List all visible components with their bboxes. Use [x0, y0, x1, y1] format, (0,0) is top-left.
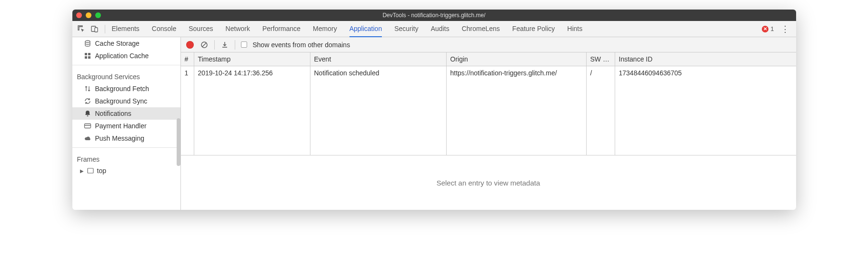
tab-network[interactable]: Network: [226, 21, 250, 37]
clear-button[interactable]: [200, 41, 209, 49]
more-menu-button[interactable]: ⋮: [779, 24, 791, 34]
arrows-icon: [84, 85, 91, 93]
cell-num: 1: [181, 66, 194, 80]
main-area: Cache StorageApplication Cache Backgroun…: [72, 37, 796, 210]
tab-elements[interactable]: Elements: [112, 21, 140, 37]
sidebar-item-label: Payment Handler: [95, 122, 147, 130]
events-table: # Timestamp Event Origin SW … Instance I…: [181, 52, 796, 155]
col-num[interactable]: #: [181, 52, 194, 66]
svg-line-12: [202, 43, 206, 47]
divider: [72, 147, 180, 148]
minimize-window-button[interactable]: [86, 12, 91, 18]
application-sidebar: Cache StorageApplication Cache Backgroun…: [72, 37, 181, 210]
frames-top-item[interactable]: ▶ top: [72, 165, 180, 176]
bell-icon: [84, 110, 91, 117]
cloud-icon: [84, 134, 91, 142]
table-header-row: # Timestamp Event Origin SW … Instance I…: [181, 52, 796, 66]
window-title: DevTools - notification-triggers.glitch.…: [72, 12, 796, 19]
sidebar-item-label: Push Messaging: [95, 134, 145, 142]
col-sw-scope[interactable]: SW …: [587, 52, 615, 66]
sidebar-item-label: Notifications: [95, 110, 131, 117]
show-other-domains-label: Show events from other domains: [253, 41, 350, 49]
cell-ev: Notification scheduled: [310, 66, 447, 80]
tab-console[interactable]: Console: [152, 21, 176, 37]
separator: [214, 40, 215, 50]
bg-services-header: Background Services: [72, 68, 180, 82]
cell-sw: /: [587, 66, 615, 80]
record-button[interactable]: [186, 41, 194, 49]
error-badge[interactable]: ✕ 1: [762, 25, 774, 32]
close-window-button[interactable]: [76, 12, 82, 18]
svg-point-2: [85, 41, 90, 42]
maximize-window-button[interactable]: [95, 12, 101, 18]
cell-id: 17348446094636705: [615, 66, 796, 80]
tab-audits[interactable]: Audits: [431, 21, 449, 37]
tab-sources[interactable]: Sources: [189, 21, 213, 37]
svg-rect-6: [88, 56, 90, 59]
sidebar-scrollbar-thumb[interactable]: [177, 118, 180, 166]
database-icon: [84, 40, 91, 47]
grid-icon: [84, 52, 91, 60]
sidebar-storage-application-cache[interactable]: Application Cache: [72, 50, 180, 62]
error-icon: ✕: [762, 26, 768, 32]
col-event[interactable]: Event: [310, 52, 447, 66]
cell-ts: 2019-10-24 14:17:36.256: [194, 66, 310, 80]
devtools-tabs: ElementsConsoleSourcesNetworkPerformance…: [112, 21, 762, 37]
tab-hints[interactable]: Hints: [567, 21, 582, 37]
tab-memory[interactable]: Memory: [313, 21, 337, 37]
col-instance-id[interactable]: Instance ID: [615, 52, 796, 66]
download-button[interactable]: [220, 41, 229, 49]
frames-top-label: top: [97, 167, 106, 175]
sidebar-item-label: Cache Storage: [95, 40, 140, 47]
events-toolbar: Show events from other domains: [181, 37, 796, 52]
tab-performance[interactable]: Performance: [262, 21, 300, 37]
content-panel: Show events from other domains # Timesta…: [181, 37, 796, 210]
svg-rect-4: [88, 53, 90, 55]
col-origin[interactable]: Origin: [447, 52, 587, 66]
window-titlebar: DevTools - notification-triggers.glitch.…: [72, 10, 796, 21]
tab-chromelens[interactable]: ChromeLens: [462, 21, 500, 37]
svg-rect-8: [84, 124, 90, 128]
divider: [72, 65, 180, 65]
svg-rect-10: [88, 168, 93, 173]
separator: [235, 40, 235, 50]
svg-rect-7: [87, 115, 88, 116]
tab-security[interactable]: Security: [394, 21, 419, 37]
traffic-lights: [76, 12, 101, 18]
metadata-footer-hint: Select an entry to view metadata: [181, 155, 796, 210]
svg-rect-3: [85, 53, 87, 55]
cell-or: https://notification-triggers.glitch.me/: [447, 66, 587, 80]
sidebar-bg-background-fetch[interactable]: Background Fetch: [72, 82, 180, 95]
card-icon: [84, 122, 91, 130]
sync-icon: [84, 97, 91, 105]
sidebar-storage-cache-storage[interactable]: Cache Storage: [72, 37, 180, 50]
tab-feature-policy[interactable]: Feature Policy: [512, 21, 555, 37]
table-body: 12019-10-24 14:17:36.256Notification sch…: [181, 66, 796, 155]
error-count: 1: [770, 25, 774, 32]
frames-header: Frames: [72, 151, 180, 165]
frame-icon: [87, 167, 94, 175]
expand-icon: ▶: [80, 168, 84, 174]
sidebar-bg-notifications[interactable]: Notifications: [72, 107, 180, 120]
sidebar-bg-push-messaging[interactable]: Push Messaging: [72, 132, 180, 144]
table-row[interactable]: 12019-10-24 14:17:36.256Notification sch…: [181, 66, 796, 80]
inspect-element-icon[interactable]: [77, 25, 86, 33]
svg-rect-5: [85, 56, 87, 59]
svg-rect-1: [95, 28, 98, 32]
devtools-tabbar: ElementsConsoleSourcesNetworkPerformance…: [72, 21, 796, 37]
sidebar-item-label: Background Sync: [95, 97, 148, 105]
sidebar-bg-payment-handler[interactable]: Payment Handler: [72, 120, 180, 132]
sidebar-item-label: Application Cache: [95, 52, 149, 60]
col-timestamp[interactable]: Timestamp: [194, 52, 310, 66]
show-other-domains-checkbox[interactable]: [241, 41, 247, 48]
device-toggle-icon[interactable]: [90, 25, 99, 33]
sidebar-bg-background-sync[interactable]: Background Sync: [72, 95, 180, 107]
sidebar-item-label: Background Fetch: [95, 85, 150, 93]
tab-application[interactable]: Application: [349, 21, 382, 37]
